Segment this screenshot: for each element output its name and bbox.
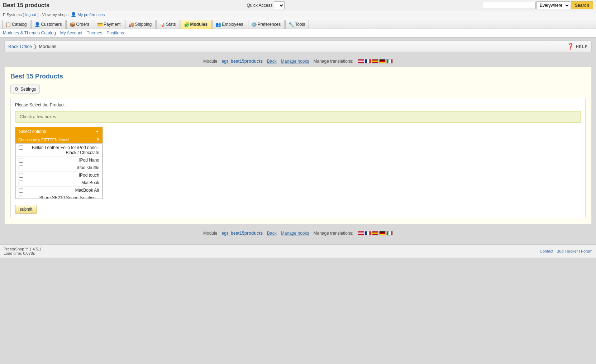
nav-tab-tools-label: Tools	[295, 22, 305, 27]
form-label: Please Select the Product	[15, 102, 581, 107]
contact-link[interactable]: Contact	[540, 249, 553, 253]
search-button[interactable]: Search	[571, 1, 593, 9]
flag-de-bottom[interactable]	[379, 231, 386, 235]
flag-it-top[interactable]	[386, 59, 393, 63]
secondary-nav-my-account[interactable]: My Account	[60, 30, 82, 35]
list-item-checkbox-0[interactable]	[19, 145, 23, 150]
back-link-bottom[interactable]: Back	[267, 231, 277, 236]
nav-tab-catalog[interactable]: 📋 Catalog	[2, 20, 30, 29]
flag-es-bottom[interactable]	[372, 231, 378, 235]
list-item[interactable]: MacBook Air	[16, 187, 102, 194]
info-box: Check a few boxes.	[15, 111, 581, 123]
secondary-nav-themes[interactable]: Themes	[87, 30, 102, 35]
search-scope-dropdown[interactable]: Everywhere	[537, 1, 570, 9]
module-name-link-top[interactable]: egr_best15products	[221, 59, 263, 64]
flag-us-top[interactable]	[358, 59, 364, 63]
list-item-text-1: iPod Nano	[25, 158, 99, 163]
forum-link[interactable]: Forum	[581, 249, 592, 253]
list-item[interactable]: iPod touch	[16, 172, 102, 179]
list-item[interactable]: Belkin Leather Folio for iPod nano - Bla…	[16, 144, 102, 157]
list-item-checkbox-5[interactable]	[19, 188, 23, 193]
nav-tab-shipping-label: Shipping	[135, 22, 152, 27]
nav-tab-tools[interactable]: 🔧 Tools	[285, 20, 309, 29]
list-item-text-5: MacBook Air	[25, 188, 99, 193]
customers-icon: 👤	[34, 22, 39, 27]
list-item-text-6: Shure SE210 Sound Isolating...	[25, 195, 99, 199]
help-label: HELP	[576, 44, 588, 49]
list-item-text-4: MacBook	[25, 180, 99, 185]
flag-es-top[interactable]	[372, 59, 378, 63]
sys-prefix: E Systems [	[3, 13, 24, 17]
nav-tab-modules[interactable]: 🧩 Modules	[181, 20, 212, 29]
nav-tab-employees-label: Employees	[222, 22, 243, 27]
select-warning-close-icon[interactable]: ✕	[96, 137, 100, 142]
nav-tab-customers[interactable]: 👤 Customers	[31, 20, 66, 29]
list-item[interactable]: iPod shuffle	[16, 164, 102, 172]
list-item[interactable]: iPod Nano	[16, 157, 102, 164]
employees-icon: 👥	[215, 22, 220, 27]
form-section: Please Select the Product Check a few bo…	[10, 98, 586, 218]
nav-tab-orders[interactable]: 📦 Orders	[66, 20, 93, 29]
my-preferences-link[interactable]: My preferences	[78, 13, 105, 17]
flag-de-top[interactable]	[379, 59, 386, 63]
secondary-nav-positions[interactable]: Positions	[106, 30, 124, 35]
manage-hooks-link-bottom[interactable]: Manage hooks	[281, 231, 309, 236]
breadcrumb-back-office[interactable]: Back Office	[8, 44, 32, 49]
settings-tab[interactable]: ⚙ Settings	[10, 85, 40, 94]
payment-icon: 💳	[97, 22, 102, 27]
nav-tab-stats-label: Stats	[166, 22, 176, 27]
bug-tracker-link[interactable]: Bug Tracker	[557, 249, 578, 253]
select-dropdown-arrow-icon: ▼	[95, 130, 99, 134]
module-name-link-bottom[interactable]: egr_best15products	[221, 231, 263, 236]
list-item[interactable]: MacBook	[16, 179, 102, 187]
manage-trans-label-top: Manage translations:	[314, 59, 353, 64]
manage-hooks-link-top[interactable]: Manage hooks	[281, 59, 309, 64]
settings-tab-label: Settings	[20, 87, 36, 92]
sys-middle: ] - View my shop -	[38, 13, 69, 17]
select-widget: Select options ▼ Choose only FIFTEEN ite…	[15, 127, 103, 199]
list-item[interactable]: Shure SE210 Sound Isolating...	[16, 194, 102, 199]
orders-icon: 📦	[70, 22, 75, 27]
list-item-text-0: Belkin Leather Folio for iPod nano - Bla…	[25, 145, 99, 155]
back-link-top[interactable]: Back	[267, 59, 277, 64]
flag-it-bottom[interactable]	[386, 231, 393, 235]
quick-access-dropdown[interactable]	[274, 1, 285, 9]
nav-tab-catalog-label: Catalog	[12, 22, 27, 27]
flag-us-bottom[interactable]	[358, 231, 364, 235]
select-widget-header[interactable]: Select options ▼	[15, 127, 102, 136]
nav-tab-payment-label: Payment	[104, 22, 120, 27]
modules-icon: 🧩	[184, 22, 189, 27]
prestashop-version: PrestaShop™ 1.4.5.1	[4, 247, 41, 251]
shipping-icon: 🚚	[128, 22, 133, 27]
search-input[interactable]	[482, 2, 536, 9]
stats-icon: 📊	[159, 22, 165, 27]
flag-fr-bottom[interactable]	[365, 231, 371, 235]
flag-icons-bottom	[358, 231, 393, 235]
select-list[interactable]: Belkin Leather Folio for iPod nano - Bla…	[15, 143, 102, 199]
list-item-checkbox-3[interactable]	[19, 173, 23, 178]
nav-tab-employees[interactable]: 👥 Employees	[212, 20, 247, 29]
nav-tab-payment[interactable]: 💳 Payment	[94, 20, 124, 29]
manage-trans-label-bottom: Manage translations:	[314, 231, 353, 236]
list-item-checkbox-1[interactable]	[19, 158, 23, 163]
submit-button[interactable]: submit	[15, 205, 37, 214]
list-item-text-3: iPod touch	[25, 173, 99, 178]
nav-tab-preferences[interactable]: ⚙️ Preferences	[248, 20, 285, 29]
nav-tab-preferences-label: Preferences	[258, 22, 281, 27]
help-circle-icon: ❓	[567, 43, 574, 50]
secondary-nav-modules-catalog[interactable]: Modules & Themes Catalog	[3, 30, 56, 35]
select-header-label: Select options	[19, 129, 46, 134]
flag-fr-top[interactable]	[365, 59, 371, 63]
help-button[interactable]: ❓ HELP	[567, 43, 588, 50]
footer-info: PrestaShop™ 1.4.5.1 Load time: 0.078s	[4, 247, 41, 255]
nav-tab-modules-label: Modules	[190, 22, 208, 27]
breadcrumb-modules: Modules	[39, 44, 56, 49]
logout-link[interactable]: logout	[25, 13, 36, 17]
breadcrumb-separator: ❯	[33, 44, 37, 49]
list-item-checkbox-4[interactable]	[19, 181, 23, 185]
list-item-checkbox-2[interactable]	[19, 166, 23, 170]
nav-tab-shipping[interactable]: 🚚 Shipping	[125, 20, 156, 29]
nav-tab-stats[interactable]: 📊 Stats	[156, 20, 180, 29]
tools-icon: 🔧	[289, 22, 294, 27]
list-item-checkbox-6[interactable]	[19, 196, 23, 199]
